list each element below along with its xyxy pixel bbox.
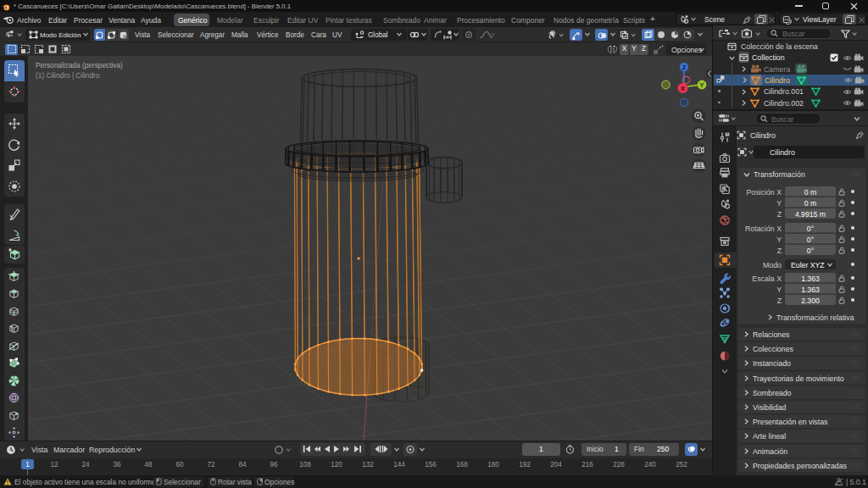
svg-text:X: X (681, 85, 685, 92)
svg-text:(1) Cilindro | Cilindro: (1) Cilindro | Cilindro (36, 71, 100, 80)
svg-text:Personalizada (perspectiva): Personalizada (perspectiva) (36, 61, 123, 69)
svg-text:Z: Z (682, 64, 687, 71)
svg-text:Y: Y (699, 81, 704, 89)
